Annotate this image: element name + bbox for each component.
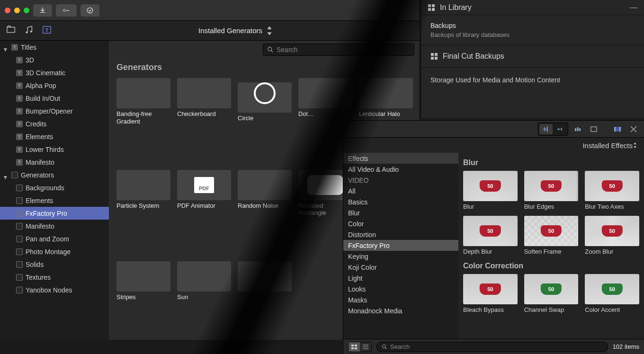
effect-thumbnail[interactable]: Channel Swap: [524, 274, 579, 313]
effect-thumbnail[interactable]: Color Accent: [585, 274, 639, 313]
library-header-row[interactable]: In Library —: [421, 0, 644, 15]
sidebar-generator-item[interactable]: Backgrounds: [0, 181, 109, 194]
effect-caption: Blur Two Axes: [585, 203, 639, 210]
effects-count-label: 102 items: [613, 343, 639, 350]
effect-thumbnail[interactable]: Soften Frame: [524, 216, 579, 255]
generator-preview: [116, 170, 170, 200]
generator-preview: [177, 261, 231, 292]
effects-sidebar[interactable]: EffectsAll Video & AudioVIDEOAllBasicsBl…: [343, 153, 458, 339]
minimize-window-button[interactable]: [14, 8, 20, 13]
generator-caption: Banding-free Gradient: [116, 110, 170, 125]
import-button[interactable]: [33, 4, 52, 17]
storage-used-label: Storage Used for Media and Motion Conten…: [421, 68, 644, 92]
generator-preview: [116, 78, 170, 108]
effects-sidebar-item[interactable]: Blur: [343, 207, 458, 218]
generators-search-input[interactable]: Search: [263, 44, 414, 56]
effects-sidebar-item[interactable]: Basics: [343, 196, 458, 207]
audio-browser-icon[interactable]: [24, 25, 34, 37]
background-tasks-button[interactable]: [80, 4, 99, 17]
effects-sidebar-item[interactable]: Color: [343, 218, 458, 229]
effects-sidebar-header: Effects: [343, 153, 458, 164]
effects-sidebar-item[interactable]: Distortion: [343, 229, 458, 240]
effects-sidebar-item[interactable]: FxFactory Pro: [343, 240, 458, 251]
sidebar-generator-item[interactable]: Solids: [0, 258, 109, 271]
sidebar-generators-header[interactable]: Generators: [0, 168, 109, 181]
svg-rect-10: [432, 8, 435, 11]
sidebar-generator-item[interactable]: Photo Montage: [0, 245, 109, 258]
media-browser-icon[interactable]: [6, 25, 16, 37]
sidebar-generator-item[interactable]: Manifesto: [0, 220, 109, 232]
effects-sidebar-item[interactable]: Keying: [343, 251, 458, 262]
close-window-button[interactable]: [5, 8, 10, 13]
effect-caption: Bleach Bypass: [463, 306, 518, 313]
generator-thumbnail[interactable]: Banding-free Gradient: [116, 78, 170, 162]
generator-thumbnail[interactable]: Checkerboard: [177, 78, 231, 162]
generator-thumbnail[interactable]: Random Noise: [238, 170, 292, 254]
keyword-button[interactable]: [56, 4, 77, 17]
view-mode-toggle[interactable]: [348, 342, 372, 352]
sidebar-generator-item[interactable]: FxFactory Pro: [0, 207, 109, 220]
color-scopes-icon[interactable]: [571, 124, 584, 134]
disclosure-triangle-icon[interactable]: [4, 45, 9, 50]
titles-generators-icon[interactable]: T: [42, 25, 52, 37]
sidebar-title-item[interactable]: TBumper/Opener: [0, 105, 109, 117]
sidebar-generator-item[interactable]: Pan and Zoom: [0, 232, 109, 245]
effects-scope-dropdown[interactable]: Installed Effects: [343, 138, 644, 153]
generator-thumbnail[interactable]: Circle: [238, 78, 292, 162]
sidebar-item-label: 3D Cinematic: [26, 69, 65, 77]
effects-sidebar-item[interactable]: Koji Color: [343, 262, 458, 273]
search-icon: [267, 46, 274, 53]
sidebar-generator-item[interactable]: Elements: [0, 194, 109, 207]
effect-thumbnail[interactable]: Zoom Blur: [585, 216, 639, 255]
effects-sidebar-item[interactable]: Looks: [343, 283, 458, 294]
transitions-icon[interactable]: [627, 124, 640, 134]
sidebar-item-label: Textures: [26, 274, 51, 281]
browser-scope-dropdown[interactable]: Installed Generators: [198, 26, 275, 36]
titles-generators-sidebar[interactable]: TTitlesT3DT3D CinematicTAlpha PopTBuild …: [0, 41, 109, 340]
effect-thumbnail[interactable]: Blur Two Axes: [585, 171, 639, 210]
generator-caption: PDF Animator: [177, 202, 231, 210]
zoom-window-button[interactable]: [24, 8, 29, 13]
svg-point-2: [26, 31, 27, 33]
audio-meter-segment[interactable]: [538, 123, 568, 136]
title-item-icon: T: [16, 82, 23, 89]
sidebar-title-item[interactable]: TElements: [0, 130, 109, 143]
effects-sidebar-item[interactable]: Monadnock Media: [343, 305, 458, 316]
effect-thumbnail[interactable]: Blur Edges: [524, 171, 579, 210]
generator-thumbnail[interactable]: [238, 261, 292, 338]
sidebar-title-item[interactable]: T3D: [0, 53, 109, 66]
svg-point-0: [63, 9, 66, 11]
collapse-icon[interactable]: —: [630, 3, 637, 12]
sidebar-generator-item[interactable]: Yanobox Nodes: [0, 283, 109, 296]
effects-sidebar-item[interactable]: Masks: [343, 294, 458, 305]
library-inspector-panel: In Library — Backups Backups of library …: [420, 0, 644, 118]
sidebar-title-item[interactable]: T3D Cinematic: [0, 66, 109, 79]
sidebar-generator-item[interactable]: Textures: [0, 271, 109, 283]
svg-point-3: [30, 30, 32, 32]
effects-sidebar-item[interactable]: All Video & Audio: [343, 164, 458, 175]
effects-search-input[interactable]: Search: [376, 342, 608, 352]
sidebar-title-item[interactable]: TAlpha Pop: [0, 79, 109, 92]
generator-thumbnail[interactable]: Stripes: [116, 261, 170, 338]
effect-thumbnail[interactable]: Blur: [463, 171, 518, 210]
sidebar-titles-header[interactable]: TTitles: [0, 41, 109, 53]
effect-caption: Channel Swap: [524, 306, 579, 313]
effects-sidebar-item[interactable]: Light: [343, 273, 458, 283]
generator-thumbnail[interactable]: PDF Animator: [177, 170, 231, 254]
generator-thumbnail[interactable]: Sun: [177, 261, 231, 338]
sidebar-item-label: Credits: [26, 120, 46, 128]
effect-thumbnail[interactable]: Bleach Bypass: [463, 274, 518, 313]
clip-effects-icon[interactable]: [611, 124, 624, 134]
sidebar-title-item[interactable]: TBuild In/Out: [0, 92, 109, 105]
disclosure-triangle-icon[interactable]: [4, 173, 9, 177]
sidebar-title-item[interactable]: TLower Thirds: [0, 143, 109, 156]
effects-sidebar-item[interactable]: All: [343, 186, 458, 196]
effect-thumbnail[interactable]: Depth Blur: [463, 216, 518, 255]
svg-rect-20: [616, 127, 619, 132]
thumbnail-icon[interactable]: [587, 124, 600, 134]
sidebar-title-item[interactable]: TManifesto: [0, 156, 109, 168]
sidebar-title-item[interactable]: TCredits: [0, 117, 109, 130]
generator-thumbnail[interactable]: Particle System: [116, 170, 170, 254]
generator-caption: Particle System: [116, 202, 170, 210]
fcp-backups-row[interactable]: Final Cut Backups: [421, 45, 644, 68]
